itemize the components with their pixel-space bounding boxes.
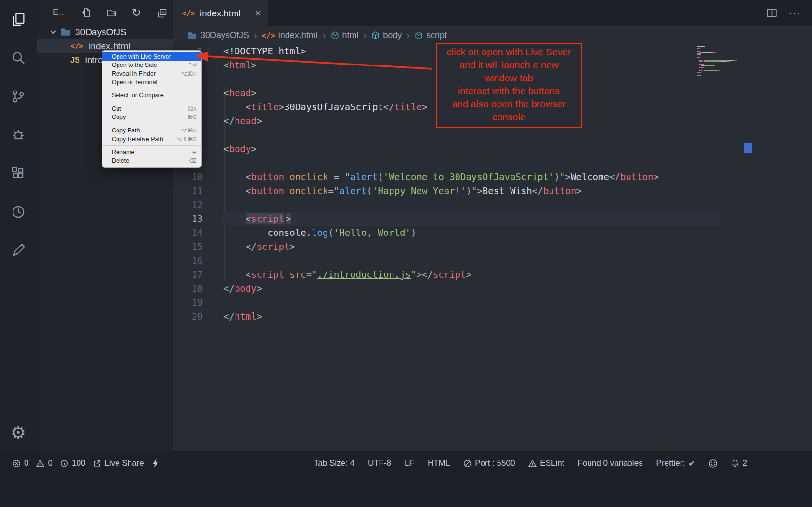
- tab-bar: </> index.html × ⋯: [173, 0, 812, 26]
- menu-item-select-for-compare[interactable]: Select for Compare: [102, 91, 201, 100]
- menu-separator: [103, 145, 201, 146]
- share-icon: [93, 459, 101, 468]
- line-number: 13: [173, 212, 203, 226]
- menu-item-reveal-in-finder[interactable]: Reveal in Finder⌥⌘R: [102, 69, 201, 78]
- line-number: 15: [173, 240, 203, 254]
- line-number: 19: [173, 296, 203, 310]
- html-file-icon: </>: [70, 42, 83, 51]
- status-right: Tab Size: 4 UTF-8 LF HTML Port : 5500 ES…: [314, 456, 747, 470]
- check-icon: ✔: [688, 459, 694, 468]
- code-line-18[interactable]: 18</body>: [173, 282, 812, 296]
- status-left: 0 0 100 Live Share: [13, 456, 159, 470]
- breadcrumb-folder[interactable]: 30DaysOfJS: [188, 30, 249, 40]
- code-line-9[interactable]: 9: [173, 156, 812, 170]
- menu-item-copy-path[interactable]: Copy Path⌥⌘C: [102, 126, 201, 135]
- code-line-16[interactable]: 16: [173, 254, 812, 268]
- code-line-8[interactable]: 8<body>: [173, 142, 812, 156]
- menu-item-delete[interactable]: Delete⌫: [102, 156, 201, 165]
- tree-root-folder[interactable]: 30DaysOfJS: [37, 25, 173, 39]
- menu-item-copy[interactable]: Copy⌘C: [102, 113, 201, 122]
- prettier-status[interactable]: Prettier:✔: [656, 458, 695, 468]
- line-number: 14: [173, 226, 203, 240]
- menu-item-cut[interactable]: Cut⌘X: [102, 104, 201, 113]
- code-line-15[interactable]: 15 </script>: [173, 240, 812, 254]
- warning-icon: [36, 459, 44, 468]
- eol-indicator[interactable]: LF: [405, 458, 414, 468]
- code-line-19[interactable]: 19: [173, 296, 812, 310]
- breadcrumb-separator: ›: [406, 30, 410, 41]
- code-line-20[interactable]: 20</html>: [173, 310, 812, 324]
- menu-item-open-in-terminal[interactable]: Open in Terminal: [102, 78, 201, 87]
- html-file-icon: </>: [262, 31, 275, 40]
- menu-item-open-to-the-side[interactable]: Open to the Side⌃⏎: [102, 61, 201, 70]
- symbol-cube-icon: [415, 31, 423, 39]
- language-mode[interactable]: HTML: [428, 458, 450, 468]
- line-number: 12: [173, 198, 203, 212]
- collapse-all-icon[interactable]: [156, 6, 167, 19]
- minimap[interactable]: [697, 46, 742, 76]
- code-line-14[interactable]: 14 console.log('Hello, World'): [173, 226, 812, 240]
- breadcrumb-file[interactable]: </> index.html: [262, 30, 318, 40]
- breadcrumb-script[interactable]: script: [415, 30, 447, 40]
- breadcrumb-html[interactable]: html: [331, 30, 359, 40]
- code-line-12[interactable]: 12: [173, 198, 812, 212]
- run-debug-icon[interactable]: [0, 116, 37, 154]
- circle-slash-icon: [463, 459, 471, 468]
- new-folder-icon[interactable]: [106, 6, 117, 19]
- problems-errors[interactable]: 0: [13, 458, 28, 468]
- menu-item-rename[interactable]: Rename↩: [102, 148, 201, 156]
- code-line-10[interactable]: 10 <button onclick = "alert('Welcome to …: [173, 170, 812, 184]
- info-icon: [60, 459, 68, 468]
- info-count[interactable]: 100: [60, 458, 85, 468]
- line-number: 17: [173, 268, 203, 282]
- source-control-icon[interactable]: [0, 77, 37, 116]
- new-file-icon[interactable]: [81, 6, 92, 19]
- live-server-port[interactable]: Port : 5500: [463, 458, 515, 468]
- encoding-indicator[interactable]: UTF-8: [368, 458, 391, 468]
- code-line-17[interactable]: 17 <script src="./introduction.js"></scr…: [173, 268, 812, 282]
- menu-item-copy-relative-path[interactable]: Copy Relative Path⌥⇧⌘C: [102, 135, 201, 143]
- more-actions-icon[interactable]: ⋯: [788, 6, 801, 21]
- root-folder-label: 30DaysOfJS: [75, 27, 127, 38]
- extensions-icon[interactable]: [0, 154, 37, 193]
- folder-icon: [61, 28, 71, 36]
- variables-count[interactable]: Found 0 variables: [577, 458, 642, 468]
- tab-size-indicator[interactable]: Tab Size: 4: [314, 458, 354, 468]
- folder-icon: [188, 32, 197, 39]
- edit-session-icon[interactable]: [0, 231, 37, 270]
- explorer-title: E…: [53, 8, 66, 17]
- live-share-button[interactable]: Live Share: [93, 458, 144, 468]
- code-line-11[interactable]: 11 <button onclick="alert('Happy New Yea…: [173, 184, 812, 198]
- menu-separator: [103, 102, 201, 102]
- refresh-icon[interactable]: ↻: [131, 6, 142, 19]
- line-number: 11: [173, 184, 203, 198]
- settings-gear-icon[interactable]: ⚙: [0, 415, 37, 451]
- code-line-7[interactable]: 7: [173, 128, 812, 142]
- close-tab-icon[interactable]: ×: [255, 7, 261, 20]
- html-file-icon: </>: [182, 9, 195, 18]
- menu-separator: [103, 89, 201, 89]
- editor-actions: ⋯: [766, 0, 812, 26]
- search-icon[interactable]: [0, 39, 37, 77]
- history-icon[interactable]: [0, 193, 37, 231]
- feedback-smiley[interactable]: [708, 459, 718, 468]
- explorer-header: E… ↻: [37, 0, 173, 25]
- line-number: 20: [173, 310, 203, 324]
- menu-item-open-with-live-server[interactable]: Open with Live Server: [102, 52, 201, 61]
- code-line-13[interactable]: 13 <script>: [173, 212, 812, 226]
- explorer-icon[interactable]: [0, 0, 37, 39]
- line-number: 16: [173, 254, 203, 268]
- problems-warnings[interactable]: 0: [36, 458, 52, 468]
- eslint-status[interactable]: ESLint: [528, 458, 564, 468]
- breadcrumb-body[interactable]: body: [371, 30, 402, 40]
- breadcrumb-separator: ›: [254, 30, 257, 41]
- js-file-icon: JS: [70, 56, 80, 65]
- lightning-icon[interactable]: [152, 459, 159, 468]
- notifications-bell[interactable]: 2: [731, 458, 747, 468]
- tab-label: index.html: [200, 8, 240, 19]
- tab-index-html[interactable]: </> index.html ×: [173, 0, 268, 26]
- annotation-box: click on open with Live Sever and it wil…: [436, 43, 582, 128]
- split-editor-icon[interactable]: [766, 7, 778, 19]
- bell-icon: [731, 459, 739, 468]
- overview-ruler-marker: [744, 143, 752, 153]
